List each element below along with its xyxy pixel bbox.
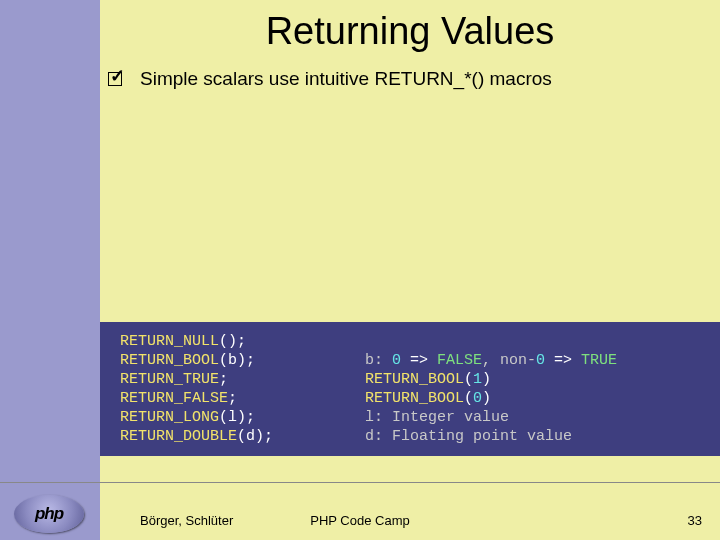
- code-row: RETURN_LONG(l);l: Integer value: [120, 408, 700, 427]
- code-block: RETURN_NULL();RETURN_BOOL(b);b: 0 => FAL…: [100, 322, 720, 456]
- code-left: RETURN_NULL();: [120, 332, 365, 351]
- code-left: RETURN_BOOL(b);: [120, 351, 365, 370]
- code-left: RETURN_TRUE;: [120, 370, 365, 389]
- code-row: RETURN_DOUBLE(d);d: Floating point value: [120, 427, 700, 446]
- code-right: RETURN_BOOL(1): [365, 370, 491, 389]
- code-right: RETURN_BOOL(0): [365, 389, 491, 408]
- footer-center: PHP Code Camp: [0, 513, 720, 528]
- code-row: RETURN_TRUE;RETURN_BOOL(1): [120, 370, 700, 389]
- checkbox-icon: ✓: [108, 70, 126, 88]
- code-row: RETURN_BOOL(b);b: 0 => FALSE, non-0 => T…: [120, 351, 700, 370]
- bullet-text: Simple scalars use intuitive RETURN_*() …: [140, 68, 552, 90]
- footer-page-number: 33: [688, 513, 702, 528]
- slide-title: Returning Values: [100, 10, 720, 53]
- code-left: RETURN_LONG(l);: [120, 408, 365, 427]
- code-left: RETURN_FALSE;: [120, 389, 365, 408]
- code-row: RETURN_FALSE;RETURN_BOOL(0): [120, 389, 700, 408]
- code-right: l: Integer value: [365, 408, 509, 427]
- code-right: b: 0 => FALSE, non-0 => TRUE: [365, 351, 617, 370]
- code-left: RETURN_DOUBLE(d);: [120, 427, 365, 446]
- footer: php Börger, Schlüter PHP Code Camp 33: [0, 482, 720, 540]
- code-right: d: Floating point value: [365, 427, 572, 446]
- code-row: RETURN_NULL();: [120, 332, 700, 351]
- sidebar-stripe: [0, 0, 100, 540]
